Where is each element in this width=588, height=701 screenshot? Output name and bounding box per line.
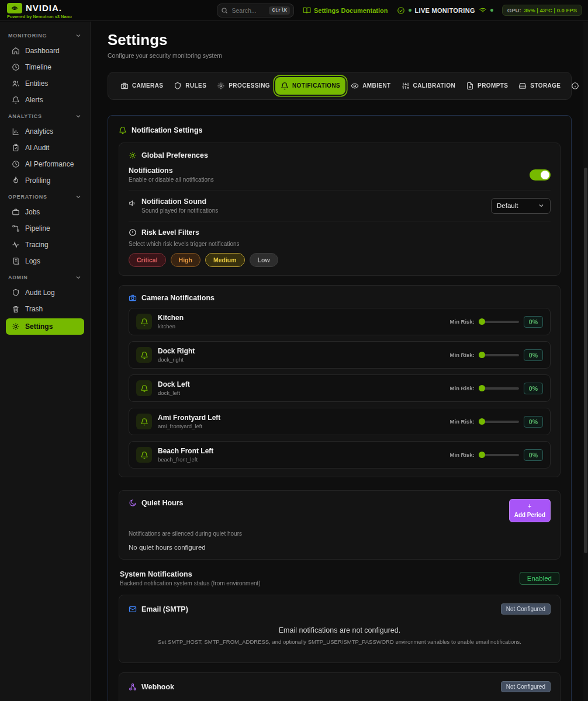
bell-icon (12, 96, 20, 104)
mail-icon (129, 605, 137, 613)
min-risk-slider[interactable] (479, 387, 519, 390)
min-risk-slider[interactable] (479, 321, 519, 323)
sidebar-item-entities[interactable]: Entities (0, 75, 90, 92)
scrollbar-thumb[interactable] (584, 168, 587, 553)
quiet-hours-card: Quiet Hours + Add Period Notifications a… (119, 490, 561, 560)
sidebar-item-ai-performance[interactable]: AI Performance (0, 156, 90, 172)
webhook-icon (129, 683, 137, 691)
sidebar-section-monitoring[interactable]: MONITORING (0, 27, 90, 43)
flame-icon (12, 176, 20, 185)
sidebar: MONITORING Dashboard Timeline Entities A… (0, 22, 91, 701)
email-not-configured-badge: Not Configured (501, 603, 551, 615)
min-risk-value: 0% (524, 449, 543, 461)
sidebar-item-logs[interactable]: Logs (0, 253, 90, 269)
tab-processing[interactable]: PROCESSING (212, 77, 275, 95)
tab-calibration[interactable]: CALIBRATION (396, 77, 461, 95)
chip-critical[interactable]: Critical (129, 253, 166, 267)
tab-ambient[interactable]: AMBIENT (345, 77, 396, 95)
chip-low[interactable]: Low (250, 253, 278, 267)
slider-thumb[interactable] (479, 385, 485, 391)
sliders-icon (402, 82, 410, 90)
chip-medium[interactable]: Medium (205, 253, 245, 267)
gpu-values: 35% | 43°C | 0.0 FPS (524, 7, 577, 13)
slider-thumb[interactable] (479, 318, 485, 325)
quiet-hours-empty: No quiet hours configured (129, 544, 551, 551)
sidebar-section-admin[interactable]: ADMIN (0, 269, 90, 284)
email-smtp-card: Email (SMTP) Not Configured Email notifi… (119, 595, 561, 663)
search-box[interactable]: CtrlK (217, 4, 294, 18)
camera-row-ami-frontyard-left: Ami Frontyard Left ami_frontyard_left Mi… (129, 408, 551, 435)
quiet-hours-title: Quiet Hours (141, 499, 184, 507)
sidebar-item-settings[interactable]: Settings (6, 318, 84, 335)
tab-prompts[interactable]: PROMPTS (461, 77, 513, 95)
sidebar-item-dashboard[interactable]: Dashboard (0, 43, 90, 59)
slider-thumb[interactable] (479, 452, 485, 458)
shield-icon (174, 82, 182, 90)
min-risk-slider[interactable] (479, 454, 519, 456)
add-period-button[interactable]: + Add Period (509, 499, 551, 522)
min-risk-slider[interactable] (479, 354, 519, 356)
sidebar-item-profiling[interactable]: Profiling (0, 172, 90, 189)
slider-thumb[interactable] (479, 352, 485, 358)
global-preferences-title: Global Preferences (141, 151, 208, 159)
sidebar-item-alerts[interactable]: Alerts (0, 92, 90, 108)
system-notifications-row: System Notifications Backend notificatio… (120, 570, 559, 587)
bell-icon (136, 380, 152, 396)
scrollbar-track[interactable] (583, 22, 588, 701)
sidebar-item-timeline[interactable]: Timeline (0, 59, 90, 75)
tab-cameras[interactable]: CAMERAS (115, 77, 168, 95)
min-risk-value: 0% (524, 349, 543, 361)
system-notifications-label: System Notifications (120, 570, 261, 578)
notifications-desc: Enable or disable all notifications (129, 176, 214, 183)
camera-name: Ami Frontyard Left (158, 414, 220, 422)
camera-name: Kitchen (158, 314, 184, 322)
top-header: NVIDIA. Powered by Nemotron v3 Nano Ctrl… (0, 0, 588, 21)
sidebar-item-tracing[interactable]: Tracing (0, 237, 90, 253)
search-input[interactable] (231, 7, 265, 14)
risk-filters-block: Risk Level Filters Select which risk lev… (129, 221, 551, 267)
nvidia-logo-icon (7, 3, 22, 13)
clock-icon (12, 63, 20, 71)
chip-high[interactable]: High (171, 253, 200, 267)
sidebar-item-pipeline[interactable]: Pipeline (0, 220, 90, 237)
camera-icon (129, 294, 137, 302)
gear-icon (129, 151, 137, 159)
settings-tabbar: CAMERAS RULES PROCESSING NOTIFICATIONS A… (108, 72, 572, 100)
slider-thumb[interactable] (479, 418, 485, 425)
min-risk-slider[interactable] (479, 421, 519, 423)
speaker-icon (129, 199, 137, 207)
webhook-card: Webhook Not Configured Webhook notificat… (119, 672, 561, 701)
sidebar-section-operations[interactable]: OPERATIONS (0, 189, 90, 204)
sidebar-item-audit-log[interactable]: Audit Log (0, 284, 90, 301)
settings-documentation-link[interactable]: Settings Documentation (303, 6, 388, 15)
tab-notifications[interactable]: NOTIFICATIONS (275, 77, 345, 95)
page-subtitle: Configure your security monitoring syste… (108, 52, 572, 59)
clipboard-icon (12, 144, 20, 152)
camera-slug: beach_front_left (158, 456, 213, 463)
quiet-hours-desc: Notifications are silenced during quiet … (129, 530, 551, 537)
sidebar-item-jobs[interactable]: Jobs (0, 204, 90, 220)
page-title: Settings (108, 31, 572, 49)
sidebar-item-trash[interactable]: Trash (0, 301, 90, 317)
toggle-knob (541, 171, 549, 179)
moon-icon (129, 499, 137, 507)
tab-storage[interactable]: STORAGE (513, 77, 566, 95)
chevron-down-icon (75, 274, 82, 281)
sidebar-section-analytics[interactable]: ANALYTICS (0, 108, 90, 123)
sidebar-item-analytics[interactable]: Analytics (0, 123, 90, 140)
min-risk-label: Min Risk: (450, 318, 475, 325)
system-notifications-desc: Backend notification system status (from… (120, 580, 261, 587)
briefcase-icon (12, 208, 20, 216)
users-icon (12, 79, 20, 88)
min-risk-value: 0% (524, 416, 543, 428)
chevron-down-icon (538, 202, 545, 209)
drive-icon (518, 82, 527, 90)
sound-select[interactable]: Default (491, 198, 551, 214)
notifications-toggle[interactable] (530, 169, 551, 181)
chevron-down-icon (75, 113, 82, 120)
document-icon (466, 82, 474, 90)
sidebar-item-ai-audit[interactable]: AI Audit (0, 140, 90, 156)
camera-notifications-card: Camera Notifications Kitchen kitchen Min… (119, 285, 561, 477)
tab-rules[interactable]: RULES (168, 77, 212, 95)
pipeline-nodes-icon (12, 224, 20, 232)
